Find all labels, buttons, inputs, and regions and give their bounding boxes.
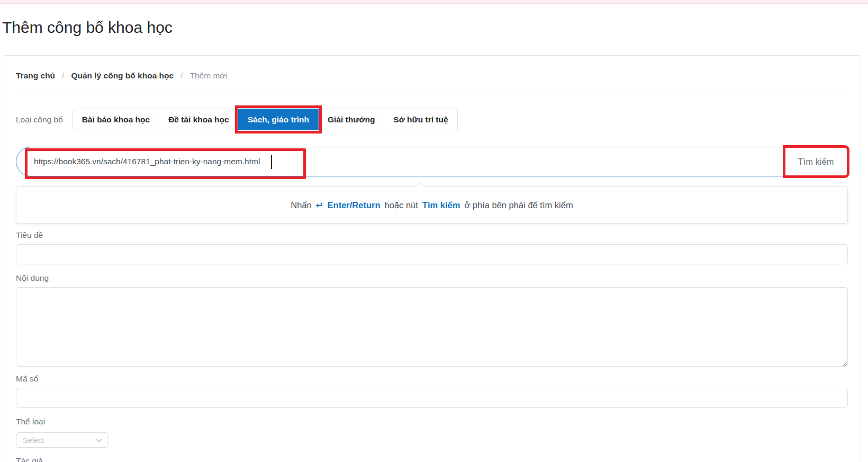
authors-label: Tác giả: [16, 456, 848, 462]
category-select[interactable]: Select: [16, 432, 108, 448]
breadcrumb-separator: /: [180, 71, 183, 81]
chevron-down-icon: [95, 438, 103, 442]
publication-type-label: Loại công bố: [16, 115, 63, 125]
hint-text-prefix: Nhấn: [291, 200, 311, 210]
field-title: Tiêu đề: [16, 230, 848, 264]
title-label: Tiêu đề: [16, 230, 848, 240]
popover-caret-icon: [415, 182, 424, 191]
url-search-group: Tìm kiếm: [16, 147, 848, 176]
breadcrumb: Trang chủ / Quản lý công bố khoa học / T…: [16, 56, 848, 94]
code-label: Mã số: [16, 374, 848, 384]
enter-return-icon: ↵: [316, 200, 323, 210]
category-label: Thể loại: [16, 417, 848, 427]
content-label: Nội dung: [16, 273, 848, 283]
field-code: Mã số: [16, 374, 848, 408]
publication-type-group: Bài báo khoa học Đề tài khoa học Sách, g…: [73, 109, 458, 130]
hint-search-button-ref: Tìm kiếm: [422, 200, 460, 210]
title-input[interactable]: [16, 244, 848, 264]
search-button[interactable]: Tìm kiếm: [784, 147, 848, 176]
tab-so-huu-tri-tue[interactable]: Sở hữu trí tuệ: [384, 109, 457, 130]
field-content: Nội dung: [16, 273, 848, 367]
hint-text-middle: hoặc nút: [385, 200, 418, 210]
tab-bai-bao-khoa-hoc[interactable]: Bài báo khoa học: [73, 109, 159, 130]
tab-de-tai-khoa-hoc[interactable]: Đề tài khoa học: [159, 109, 239, 130]
breadcrumb-current: Thêm mới: [189, 71, 227, 81]
content-card: Trang chủ / Quản lý công bố khoa học / T…: [3, 55, 861, 462]
content-textarea[interactable]: [16, 287, 848, 367]
tab-sach-giao-trinh[interactable]: Sách, giáo trình: [238, 109, 319, 130]
search-hint-popover: Nhấn ↵ Enter/Return hoặc nút Tìm kiếm ở …: [16, 186, 848, 224]
url-input[interactable]: [16, 147, 784, 176]
category-select-placeholder: Select: [23, 436, 44, 445]
breadcrumb-separator: /: [62, 71, 64, 81]
hint-text-suffix: ở phía bên phải để tìm kiếm: [464, 200, 573, 210]
field-category: Thể loại Select: [16, 417, 848, 448]
breadcrumb-home[interactable]: Trang chủ: [16, 71, 55, 81]
top-accent-bar: [0, 0, 868, 4]
hint-enter-label: Enter/Return: [328, 200, 381, 210]
screen: Thêm công bố khoa học Trang chủ / Quản l…: [0, 0, 868, 462]
page-title: Thêm công bố khoa học: [2, 17, 868, 38]
breadcrumb-manage-publications[interactable]: Quản lý công bố khoa học: [71, 71, 174, 81]
publication-type-row: Loại công bố Bài báo khoa học Đề tài kho…: [16, 109, 848, 130]
tab-giai-thuong[interactable]: Giải thưởng: [318, 109, 384, 130]
field-authors-partial: Tác giả: [16, 456, 848, 462]
code-input[interactable]: [16, 388, 848, 408]
